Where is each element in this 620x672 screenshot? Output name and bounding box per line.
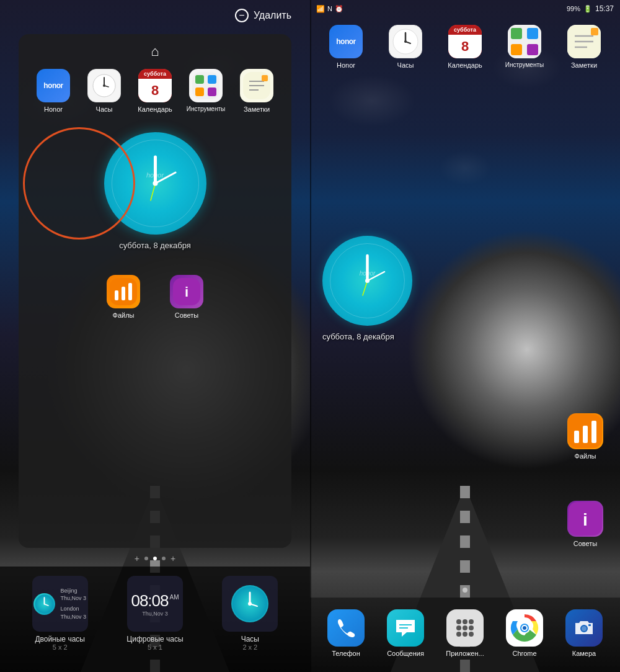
svg-point-72 bbox=[523, 626, 526, 630]
analog-clock-size: 2 x 2 bbox=[242, 643, 257, 651]
svg-text:i: i bbox=[185, 284, 188, 300]
app-row-right: honor Honor Часы bbox=[316, 25, 614, 69]
add-page-left[interactable]: + bbox=[135, 553, 140, 563]
dock-camera[interactable]: Камера bbox=[559, 609, 609, 657]
dock-messages[interactable]: Сообщения bbox=[381, 609, 430, 657]
svg-rect-54 bbox=[591, 421, 596, 443]
svg-point-59 bbox=[456, 619, 461, 624]
widget-dual-clock[interactable]: Beijing Thu,Nov 3 London Thu,Nov 3 Двойн… bbox=[29, 576, 91, 666]
apps-drawer-icon bbox=[446, 609, 484, 647]
app-row-top: honor Honor Часы bbox=[28, 69, 282, 114]
svg-rect-39 bbox=[511, 44, 522, 55]
notes-app-label: Заметки bbox=[244, 105, 270, 114]
svg-point-63 bbox=[463, 625, 467, 630]
svg-rect-40 bbox=[527, 44, 538, 55]
widget-panel: ⌂ honor Honor bbox=[19, 34, 291, 548]
svg-point-18 bbox=[153, 181, 157, 186]
honor-label-right: Honor bbox=[337, 61, 355, 69]
clock-app-icon bbox=[87, 69, 121, 102]
camera-label: Камера bbox=[572, 650, 596, 657]
delete-bar: − Удалить bbox=[0, 0, 310, 31]
files-label-right: Файлы bbox=[575, 452, 596, 460]
svg-rect-45 bbox=[591, 28, 598, 35]
app-files-right[interactable]: Файлы bbox=[563, 413, 608, 460]
svg-point-50 bbox=[365, 279, 370, 283]
battery-icon: 🔋 bbox=[583, 5, 592, 13]
clock-face-right: honor bbox=[322, 236, 412, 326]
battery-percent: 99% bbox=[567, 5, 580, 12]
app-tips-left[interactable]: i Советы bbox=[164, 275, 209, 320]
home-indicator-right bbox=[463, 588, 467, 593]
bottom-right-apps: Файлы i Советы bbox=[563, 413, 608, 548]
tools-label-right: Инструменты bbox=[505, 61, 544, 69]
files-icon-right bbox=[567, 413, 603, 449]
svg-rect-7 bbox=[195, 87, 204, 96]
app-tools-right[interactable]: Инструменты bbox=[502, 25, 547, 69]
svg-rect-53 bbox=[583, 426, 588, 443]
widget-analog-clock[interactable]: Часы 2 x 2 bbox=[219, 576, 281, 666]
clock-app-label: Часы bbox=[96, 105, 113, 114]
tips-app-icon-left: i bbox=[170, 275, 203, 308]
dual-clock-name: Двойные часы bbox=[35, 635, 85, 643]
svg-text:i: i bbox=[583, 510, 588, 529]
svg-rect-5 bbox=[195, 75, 204, 84]
status-bar-left: 📶 N ⏰ bbox=[316, 5, 343, 13]
page-dots: + + bbox=[0, 553, 310, 563]
svg-rect-6 bbox=[208, 75, 216, 84]
honor-app-icon: honor bbox=[37, 69, 70, 102]
delete-label: Удалить bbox=[254, 10, 291, 21]
files-app-icon-left bbox=[107, 275, 140, 308]
delete-button[interactable]: − Удалить bbox=[235, 9, 291, 22]
app-calendar[interactable]: суббота 8 Календарь bbox=[133, 69, 177, 114]
clock-label-right: Часы bbox=[397, 61, 414, 69]
messages-label: Сообщения bbox=[387, 650, 424, 657]
phone-label: Телефон bbox=[332, 650, 360, 657]
page-dot-1 bbox=[144, 557, 148, 560]
time-display: 15:37 bbox=[595, 4, 614, 13]
notes-icon-right bbox=[567, 25, 601, 58]
app-clock[interactable]: Часы bbox=[82, 69, 126, 114]
app-calendar-right[interactable]: суббота 8 Календарь bbox=[443, 25, 487, 69]
svg-point-62 bbox=[456, 625, 461, 630]
analog-clock-name: Часы bbox=[241, 635, 259, 643]
phone-icon bbox=[327, 609, 365, 647]
page-dot-active bbox=[153, 557, 157, 560]
tips-icon-right: i bbox=[567, 501, 603, 537]
widget-digital-clock[interactable]: 08:08 AM Thu,Nov 3 Цифровые часы 5 x 1 bbox=[124, 576, 186, 666]
dock-phone[interactable]: Телефон bbox=[321, 609, 371, 657]
svg-rect-20 bbox=[115, 290, 118, 300]
tips-app-label-left: Советы bbox=[175, 311, 198, 320]
app-tools[interactable]: Инструменты bbox=[184, 69, 228, 113]
alarm-icon: ⏰ bbox=[335, 5, 343, 13]
app-honor[interactable]: honor Honor bbox=[31, 69, 76, 114]
calendar-app-label: Календарь bbox=[138, 105, 172, 114]
app-files-left[interactable]: Файлы bbox=[101, 275, 146, 320]
notes-label-right: Заметки bbox=[571, 61, 597, 69]
app-honor-right[interactable]: honor Honor bbox=[324, 25, 368, 69]
add-page-right[interactable]: + bbox=[170, 553, 175, 563]
svg-rect-21 bbox=[122, 287, 125, 300]
svg-point-61 bbox=[469, 619, 474, 624]
right-panel: 📶 N ⏰ 99% 🔋 15:37 honor Honor bbox=[310, 0, 620, 672]
app-tips-right[interactable]: i Советы bbox=[563, 501, 608, 548]
app-notes-right[interactable]: Заметки bbox=[562, 25, 606, 69]
svg-line-16 bbox=[155, 172, 175, 184]
svg-line-48 bbox=[368, 272, 385, 281]
digital-clock-size: 5 x 1 bbox=[148, 643, 162, 651]
svg-point-67 bbox=[469, 632, 474, 637]
app-notes[interactable]: Заметки bbox=[234, 69, 279, 114]
notes-app-icon bbox=[240, 69, 273, 102]
svg-point-65 bbox=[456, 632, 461, 637]
svg-line-49 bbox=[363, 281, 368, 296]
status-bar-right: 99% 🔋 15:37 bbox=[567, 4, 614, 13]
calendar-icon-right: суббота 8 bbox=[448, 25, 482, 58]
status-bar: 📶 N ⏰ 99% 🔋 15:37 bbox=[310, 0, 620, 17]
dock-chrome[interactable]: Chrome bbox=[500, 609, 549, 657]
home-icon: ⌂ bbox=[28, 43, 282, 60]
app-clock-right[interactable]: Часы bbox=[383, 25, 428, 69]
svg-line-17 bbox=[151, 184, 156, 201]
dock-apps-drawer[interactable]: Приложен... bbox=[440, 609, 490, 657]
svg-rect-37 bbox=[511, 28, 522, 39]
clock-date-right: суббота, 8 декабря bbox=[322, 332, 412, 341]
svg-rect-38 bbox=[527, 28, 538, 39]
